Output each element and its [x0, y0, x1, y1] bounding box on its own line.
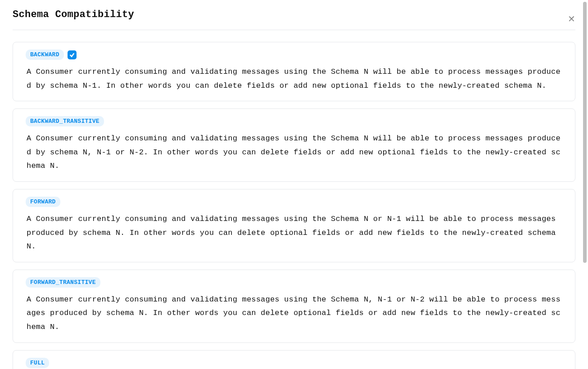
option-label-badge: FULL — [26, 358, 49, 368]
card-header: BACKWARD — [26, 50, 561, 60]
card-header: FULL — [26, 358, 561, 368]
option-label-badge: FORWARD_TRANSITIVE — [26, 277, 100, 288]
header-divider — [13, 30, 575, 30]
compatibility-options-list: BACKWARD A Consumer currently consuming … — [13, 42, 575, 369]
close-button[interactable]: ✕ — [566, 13, 577, 25]
compatibility-option-forward[interactable]: FORWARD A Consumer currently consuming a… — [13, 189, 575, 262]
close-icon: ✕ — [568, 14, 575, 24]
option-label-badge: FORWARD — [26, 197, 60, 207]
compatibility-option-forward-transitive[interactable]: FORWARD_TRANSITIVE A Consumer currently … — [13, 270, 575, 343]
card-header: FORWARD_TRANSITIVE — [26, 277, 561, 288]
option-label-badge: BACKWARD_TRANSITIVE — [26, 116, 104, 126]
check-icon — [69, 52, 75, 58]
option-description: A Consumer currently consuming and valid… — [27, 132, 561, 173]
option-description: A Consumer currently consuming and valid… — [27, 212, 561, 254]
vertical-scrollbar[interactable] — [582, 0, 588, 369]
scrollbar-thumb[interactable] — [583, 2, 587, 263]
page-title: Schema Compatibility — [13, 9, 134, 20]
modal-container: Schema Compatibility ✕ BACKWARD A Consum… — [0, 0, 588, 369]
header-row: Schema Compatibility ✕ — [13, 9, 575, 25]
card-header: BACKWARD_TRANSITIVE — [26, 116, 561, 126]
selected-indicator — [68, 50, 77, 59]
option-description: A Consumer currently consuming and valid… — [27, 65, 561, 93]
option-label-badge: BACKWARD — [26, 50, 64, 60]
compatibility-option-backward[interactable]: BACKWARD A Consumer currently consuming … — [13, 42, 575, 101]
compatibility-option-full[interactable]: FULL FORWARD + BACKWARD Compatibility. — [13, 350, 575, 369]
compatibility-option-backward-transitive[interactable]: BACKWARD_TRANSITIVE A Consumer currently… — [13, 108, 575, 182]
card-header: FORWARD — [26, 197, 561, 207]
option-description: A Consumer currently consuming and valid… — [27, 293, 561, 334]
